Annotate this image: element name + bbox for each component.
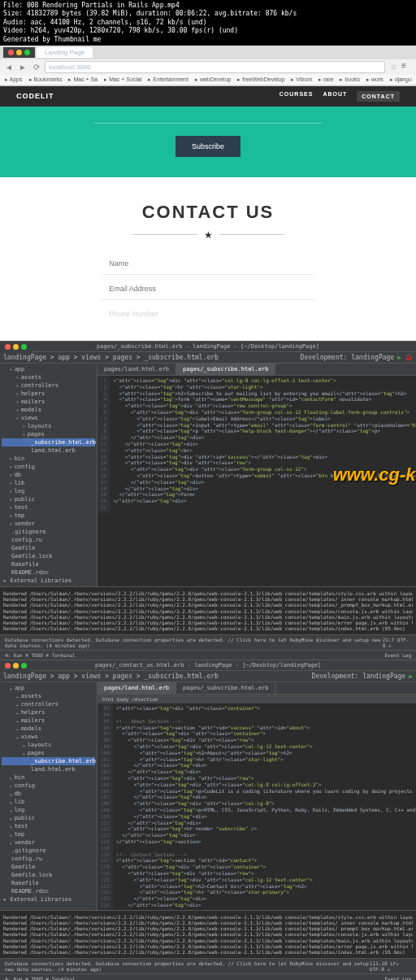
editor-tab[interactable]: pages/_subscribe.html.erb [176,682,275,694]
folder-item[interactable]: ▸ layouts [2,422,95,430]
folder-item[interactable]: ▸ public [2,495,95,503]
code-content[interactable]: <"attr">class="tag">div "attr">class="co… [113,703,416,910]
bookmark-item[interactable]: ▸ Vibom [289,76,314,84]
editor-tab[interactable]: pages/land.html.erb [98,364,176,375]
project-tree[interactable]: ▸ app▸ assets▸ controllers▸ helpers▸ mai… [0,364,98,586]
project-tree[interactable]: ▸ app▸ assets▸ controllers▸ helpers▸ mai… [0,682,98,910]
folder-item[interactable]: ▸ controllers [2,700,95,708]
bookmark-item[interactable]: ▸ books [338,76,362,84]
window-minimize-icon[interactable] [13,344,19,350]
run-console[interactable]: Rendered /Users/Sulman/.rbenv/versions/2… [0,910,416,958]
window-close-icon[interactable] [5,663,11,669]
phone-input[interactable] [102,303,314,325]
file-item[interactable]: config.ru [2,855,95,863]
bookmark-item[interactable]: ▸ Bookmarks [28,76,64,84]
window-maximize-icon[interactable] [21,663,27,669]
folder-item[interactable]: ▸ log [2,806,95,814]
file-item[interactable]: Rakefile [2,879,95,887]
file-item[interactable]: land.html.erb [2,765,95,773]
breadcrumb-path[interactable]: landingPage > app > views > pages > _sub… [3,354,219,361]
file-item[interactable]: README.rdoc [2,887,95,895]
folder-item[interactable]: ▸ mailers [2,716,95,725]
bookmark-item[interactable]: ▸ Entertainment [146,76,190,84]
folder-item[interactable]: ▸ controllers [2,381,95,390]
star-icon[interactable]: ☆ [388,61,399,72]
back-button[interactable]: ◄ [3,61,15,72]
file-item[interactable]: Gemfile.lock [2,552,95,560]
code-editor[interactable]: pages/land.html.erb pages/_subscribe.htm… [98,682,416,910]
run-button-icon[interactable]: ▶ [397,354,401,361]
name-input[interactable] [102,253,314,275]
folder-item[interactable]: ▸ bin [2,455,95,463]
window-maximize-icon[interactable] [24,50,30,55]
file-item[interactable]: .gitignore [2,847,95,855]
bottom-tool-tabs[interactable]: 4: Run ⌘ TODO ⌘ Terminal [5,976,76,980]
bookmark-item[interactable]: ▸ Mac + Sa [67,76,99,84]
folder-item[interactable]: ▸ tmp [2,830,95,838]
folder-item[interactable]: ▸ db [2,471,95,479]
file-item[interactable]: README.rdoc [2,568,95,577]
bookmark-item[interactable]: ▸ work [365,76,385,84]
folder-item[interactable]: ▸ views [2,733,95,741]
window-close-icon[interactable] [5,344,11,350]
folder-item[interactable]: ▸ vendor [2,520,95,528]
folder-item[interactable]: ▸ tmp [2,512,95,520]
browser-menu-icon[interactable]: ≡ [401,61,413,72]
subscribe-button[interactable]: Subscribe [176,136,240,157]
nav-contact[interactable]: CONTACT [357,91,400,102]
run-config-dropdown[interactable]: Development: landingPage [301,354,395,361]
email-input[interactable] [102,278,314,300]
editor-tab-active[interactable]: pages/land.html.erb [98,682,176,694]
file-item[interactable]: _subscribe.html.erb [2,438,95,446]
folder-item[interactable]: ▸ public [2,814,95,822]
nav-courses[interactable]: COURSES [280,91,314,102]
file-item[interactable]: Rakefile [2,560,95,568]
browser-tab[interactable]: Landing Page [37,47,93,58]
folder-item[interactable]: ▸ mailers [2,398,95,406]
folder-item[interactable]: ▸ app [2,365,95,373]
event-log-link[interactable]: Event Log [384,652,411,658]
folder-item[interactable]: ▸ pages [2,749,95,757]
bookmark-item[interactable]: ▸ django [388,76,414,84]
folder-item[interactable]: ▸ models [2,725,95,733]
bookmark-item[interactable]: ▸ Apps [3,76,24,84]
structure-breadcrumb[interactable]: html body /#section [98,695,416,703]
forward-button[interactable]: ► [17,61,28,72]
code-editor[interactable]: pages/land.html.erb pages/_subscribe.htm… [98,364,416,586]
nav-about[interactable]: ABOUT [323,91,347,102]
breadcrumb-path[interactable]: landingPage > app > views > pages > _sub… [3,673,219,680]
folder-item[interactable]: ▸ layouts [2,741,95,749]
folder-item[interactable]: ▸ test [2,503,95,512]
event-log-link[interactable]: Event Log [384,976,411,980]
folder-item[interactable]: ▸ lib [2,798,95,806]
folder-item[interactable]: ▸ bin [2,773,95,782]
folder-item[interactable]: ▸ assets [2,692,95,700]
external-libraries[interactable]: ▸ External Libraries [2,577,95,585]
folder-item[interactable]: ▸ helpers [2,708,95,716]
folder-item[interactable]: ▸ views [2,414,95,422]
folder-item[interactable]: ▸ config [2,782,95,790]
window-maximize-icon[interactable] [21,344,27,350]
file-item[interactable]: Gemfile.lock [2,871,95,879]
folder-item[interactable]: ▸ assets [2,373,95,381]
brand-logo[interactable]: CODELIT [16,92,54,100]
bottom-tool-tabs[interactable]: 4: Run ⌘ TODO ⌘ Terminal [5,652,76,658]
file-item[interactable]: _subscribe.html.erb [2,757,95,765]
file-item[interactable]: Gemfile [2,863,95,871]
window-minimize-icon[interactable] [16,50,22,55]
file-item[interactable]: land.html.erb [2,446,95,455]
file-item[interactable]: Gemfile [2,544,95,552]
file-item[interactable]: .gitignore [2,528,95,536]
run-config-dropdown[interactable]: Development: landingPage [312,673,406,680]
run-console[interactable]: Rendered /Users/Sulman/.rbenv/versions/2… [0,586,416,634]
folder-item[interactable]: ▸ log [2,487,95,495]
folder-item[interactable]: ▸ db [2,790,95,798]
address-bar[interactable]: localhost:3000 [45,61,385,73]
debug-button-icon[interactable]: 🐞 [405,354,413,361]
reload-button[interactable]: ⟳ [31,61,42,72]
folder-item[interactable]: ▸ pages [2,430,95,438]
folder-item[interactable]: ▸ config [2,463,95,471]
folder-item[interactable]: ▸ models [2,406,95,414]
folder-item[interactable]: ▸ test [2,822,95,830]
bookmark-item[interactable]: ▸ freeWebDevelop [236,76,286,84]
